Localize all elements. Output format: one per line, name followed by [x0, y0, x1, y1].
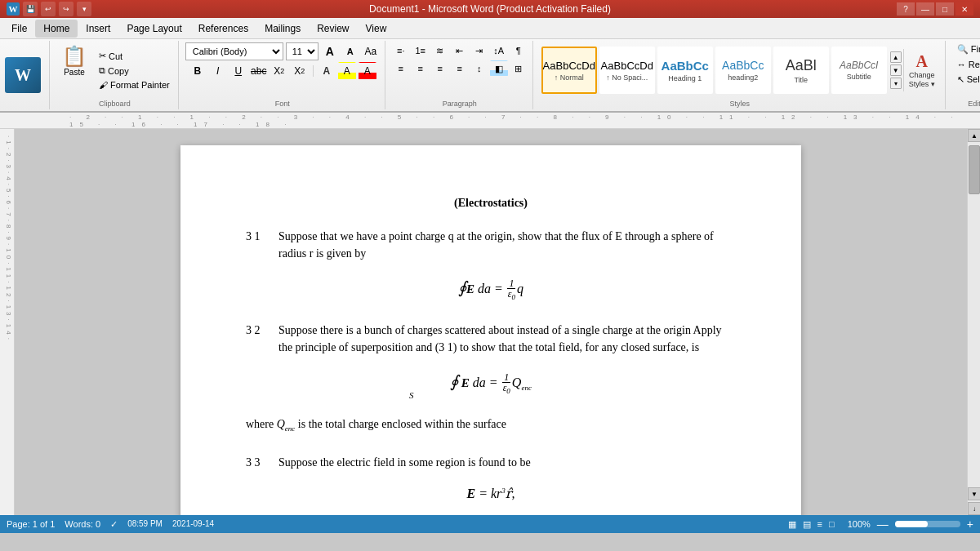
scroll-down-btn[interactable]: ▼ [968, 487, 980, 500]
show-marks-btn[interactable]: ¶ [510, 42, 528, 59]
numbering-btn[interactable]: 1≡ [412, 42, 430, 59]
replace-icon: ↔ [957, 60, 966, 69]
window-controls: ? — □ ✕ [897, 2, 973, 16]
save-quick-btn[interactable]: 💾 [23, 2, 38, 16]
italic-button[interactable]: I [209, 62, 227, 80]
replace-button[interactable]: ↔ Replace [952, 58, 980, 71]
borders-btn[interactable]: ⊞ [510, 60, 528, 77]
menu-mailings[interactable]: Mailings [256, 20, 309, 38]
find-button[interactable]: 🔍 Find ▾ [952, 42, 980, 56]
title-bar: W 💾 ↩ ↪ ▾ Document1 - Microsoft Word (Pr… [0, 0, 980, 18]
paragraph-content: ≡· 1≡ ≋ ⇤ ⇥ ↕A ¶ ≡ ≡ ≡ ≡ ↕ ◧ ⊞ [392, 42, 528, 98]
font-divider [313, 65, 314, 77]
sort-btn[interactable]: ↕A [490, 42, 508, 59]
increase-indent-btn[interactable]: ⇥ [470, 42, 488, 59]
view-fullread-btn[interactable]: ▤ [803, 519, 811, 530]
font-color-btn[interactable]: A [359, 62, 376, 80]
word-icon-small: W [7, 2, 20, 16]
main-area: ·1·2·3·4·5·6·7·8·9·10·11·12·13·14· (Elec… [0, 129, 980, 515]
bold-button[interactable]: B [189, 62, 207, 80]
zoom-fill [895, 521, 928, 527]
scroll-track[interactable] [968, 142, 980, 487]
scroll-up-btn[interactable]: ▲ [968, 129, 980, 142]
zoom-slider[interactable] [895, 521, 960, 527]
customize-quick-btn[interactable]: ▾ [77, 2, 91, 16]
maximize-btn[interactable]: □ [936, 2, 954, 16]
clear-format-btn[interactable]: Aa [362, 42, 380, 60]
problem-33-math: E = kr3r̂, [246, 484, 736, 504]
menu-pagelayout[interactable]: Page Layout [118, 20, 189, 38]
style-subtitle[interactable]: AaBbCcI Subtitle [831, 47, 887, 94]
document-page[interactable]: (Electrostatics) 3 1 Suppose that we hav… [180, 145, 801, 515]
help-btn[interactable]: ? [897, 2, 915, 16]
gallery-up-btn[interactable]: ▲ [890, 51, 902, 63]
text-effect-btn[interactable]: A [318, 62, 336, 80]
font-shrink-btn[interactable]: A [341, 42, 359, 60]
subscript-s: S [246, 389, 736, 402]
shading-btn[interactable]: ◧ [490, 60, 508, 77]
menu-references[interactable]: References [190, 20, 256, 38]
align-left-btn[interactable]: ≡ [392, 60, 410, 77]
copy-button[interactable]: ⧉ Copy [96, 64, 173, 78]
problem-32-math: ∮ E da = 1ε0Qenc S [246, 369, 736, 402]
e-field-32: E [458, 376, 470, 389]
menu-insert[interactable]: Insert [78, 20, 118, 38]
menu-file[interactable]: File [3, 20, 35, 38]
minimize-btn[interactable]: — [916, 2, 934, 16]
style-h1-preview: AaBbCc [662, 59, 709, 73]
style-heading1[interactable]: AaBbCc Heading 1 [657, 47, 713, 94]
font-family-selector[interactable]: Calibri (Body) [185, 42, 283, 60]
style-title[interactable]: AaBl Title [773, 47, 829, 94]
decrease-indent-btn[interactable]: ⇤ [451, 42, 469, 59]
format-painter-button[interactable]: 🖌 Format Painter [96, 78, 173, 91]
gallery-more-btn[interactable]: ▾ [890, 78, 902, 89]
problem-33-num: 3 3 [246, 454, 269, 471]
underline-button[interactable]: U [229, 62, 247, 80]
close-btn[interactable]: ✕ [956, 2, 973, 16]
justify-btn[interactable]: ≡ [451, 60, 469, 77]
menu-home[interactable]: Home [35, 20, 78, 38]
style-no-spacing[interactable]: AaBbCcDd ↑ No Spaci... [599, 47, 655, 94]
style-title-label: Title [794, 76, 808, 84]
scissors-icon: ✂ [99, 51, 106, 61]
superscript-button[interactable]: X2 [291, 62, 309, 80]
title-left: W 💾 ↩ ↪ ▾ [7, 2, 91, 16]
change-styles-button[interactable]: A ChangeStyles ▾ [903, 49, 940, 92]
redo-quick-btn[interactable]: ↪ [59, 2, 74, 16]
view-web-btn[interactable]: ≡ [817, 519, 822, 529]
gallery-down-btn[interactable]: ▼ [890, 64, 902, 76]
align-right-btn[interactable]: ≡ [431, 60, 449, 77]
paste-button[interactable]: 📋 Paste [56, 42, 92, 98]
font-grow-btn[interactable]: A [321, 42, 339, 60]
view-print-btn[interactable]: ▦ [788, 519, 796, 530]
spell-check-icon[interactable]: ✓ [110, 519, 118, 530]
zoom-out-btn[interactable]: — [877, 518, 889, 531]
menu-view[interactable]: View [358, 20, 395, 38]
align-center-btn[interactable]: ≡ [412, 60, 430, 77]
subscript-button[interactable]: X2 [270, 62, 288, 80]
problem-32-block: 3 2 Suppose there is a bunch of charges … [246, 322, 736, 434]
scroll-thumb[interactable] [969, 145, 980, 194]
undo-quick-btn[interactable]: ↩ [41, 2, 56, 16]
problem-31-math: ∮E da = 1ε0q [246, 275, 736, 302]
line-spacing-btn[interactable]: ↕ [470, 60, 488, 77]
strikethrough-button[interactable]: abc [250, 62, 268, 80]
select-button[interactable]: ↖ Select ▾ [952, 73, 980, 87]
cut-button[interactable]: ✂ Cut [96, 49, 173, 63]
menu-review[interactable]: Review [309, 20, 357, 38]
bullets-btn[interactable]: ≡· [392, 42, 410, 59]
page-count: Page: 1 of 1 [7, 519, 55, 530]
style-heading2[interactable]: AaBbCc heading2 [715, 47, 771, 94]
zoom-in-btn[interactable]: + [967, 518, 973, 531]
problem-33-text: Suppose the electric field in some regio… [278, 454, 736, 471]
font-size-selector[interactable]: 11 [286, 42, 318, 60]
scroll-bottom-btn[interactable]: ↓ [968, 502, 980, 515]
highlight-btn[interactable]: A [338, 62, 356, 80]
style-normal[interactable]: AaBbCcDd ↑ Normal [541, 47, 597, 94]
view-outline-btn[interactable]: □ [829, 519, 835, 529]
multilevel-btn[interactable]: ≋ [431, 42, 449, 59]
problem-31-row: 3 1 Suppose that we have a point charge … [246, 228, 736, 262]
paragraph-group: ≡· 1≡ ≋ ⇤ ⇥ ↕A ¶ ≡ ≡ ≡ ≡ ↕ ◧ ⊞ [387, 41, 533, 109]
window-title: Document1 - Microsoft Word (Product Acti… [0, 3, 980, 15]
editing-content: 🔍 Find ▾ ↔ Replace ↖ Select ▾ [952, 42, 980, 98]
